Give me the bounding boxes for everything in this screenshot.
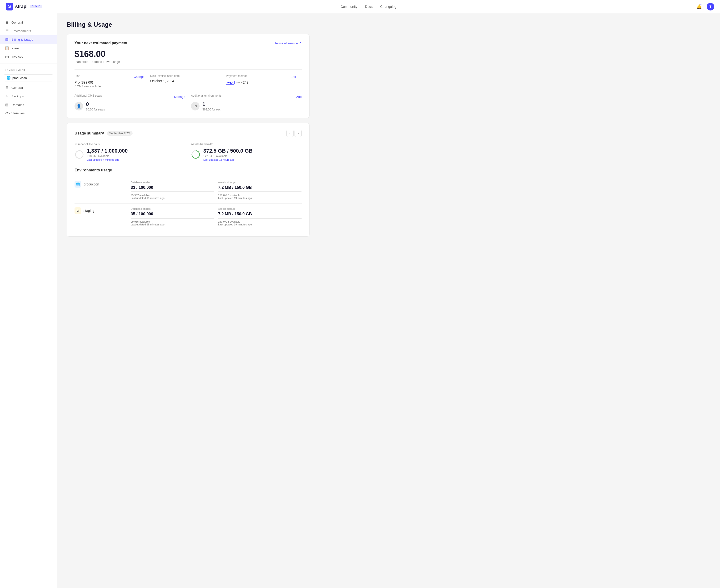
environment-selector[interactable]: 🌐 production staging [4, 74, 53, 81]
cloud-badge: CLOUD [30, 5, 42, 8]
sidebar-item-billing[interactable]: ▤ Billing & Usage [0, 35, 57, 44]
env-storage-updated-staging: Last updated 19 minutes ago [218, 223, 302, 226]
payment-method-label: Payment method [226, 74, 248, 78]
variables-icon: </> [5, 111, 9, 115]
env-storage-avail-prod: 150.0 GB available [218, 194, 302, 197]
sidebar-sub-label-backups: Backups [12, 94, 24, 98]
env-usage-title: Environments usage [75, 168, 302, 172]
page-title: Billing & Usage [67, 21, 310, 28]
cms-manage-link[interactable]: Manage [174, 95, 185, 99]
bandwidth-updated: Last updated 13 hours ago [203, 158, 253, 161]
cms-seats-label: Additional CMS seats [75, 94, 102, 97]
sidebar-sub-label-domains: Domains [12, 103, 24, 107]
env-db-updated-staging: Last updated 18 minutes ago [131, 223, 214, 226]
envs-add-link[interactable]: Add [296, 95, 302, 99]
payment-method-col: Payment method Edit VISA ···· 4242 [226, 74, 302, 88]
environment-dropdown[interactable]: production staging [13, 76, 50, 80]
logo-area: S strapi CLOUD [6, 3, 42, 10]
cms-cost: $0.00 for seats [86, 108, 105, 111]
sidebar-sub-general[interactable]: ⊞ General [0, 83, 57, 92]
cms-seats-icon: 👤 [75, 102, 83, 110]
bandwidth-value-wrap: 372.5 GB / 500.0 GB 127.5 GB available L… [191, 148, 302, 161]
envs-cost: $69.00 for each [202, 108, 222, 111]
sidebar-item-general[interactable]: ⊞ General [0, 18, 57, 27]
svg-point-0 [76, 151, 83, 158]
env-db-staging: Database entries 35 / 100,000 99,965 ava… [131, 207, 214, 226]
usage-title-wrap: Usage summary September 2024 [75, 131, 132, 136]
sidebar-item-plans[interactable]: 📋 Plans [0, 44, 57, 52]
env-row-staging: 🗂 staging Database entries 35 / 100,000 … [75, 204, 302, 230]
sidebar-sub-backups[interactable]: ↩ Backups [0, 92, 57, 101]
cms-seats-col: Additional CMS seats Manage 👤 0 $0.00 fo… [75, 94, 185, 111]
env-name-staging: staging [84, 209, 94, 213]
payment-card: Your next estimated payment Terms of ser… [67, 34, 310, 118]
payment-method-edit-link[interactable]: Edit [291, 75, 296, 79]
envs-icon: 🗂 [191, 102, 200, 110]
sidebar-item-invoices[interactable]: 🗃 Invoices [0, 52, 57, 61]
visa-info: VISA ···· 4242 [226, 81, 296, 85]
sub-general-icon: ⊞ [5, 85, 9, 90]
notification-dot [700, 4, 702, 6]
billing-icon: ▤ [5, 37, 9, 42]
usage-nav: ‹ › [286, 130, 302, 137]
api-calls-available: 998,663 available [87, 154, 128, 158]
env-storage-prod: Assets storage 7.2 MB / 150.0 GB 150.0 G… [218, 181, 302, 200]
additional-envs-col: Additional environments Add 🗂 1 $69.00 f… [191, 94, 302, 111]
env-name-production: production [84, 182, 99, 186]
env-storage-updated-prod: Last updated 19 minutes ago [218, 197, 302, 200]
logo-icon: S [6, 3, 13, 10]
plan-detail-col: Plan Change Pro ($99.00) 5 CMS seats inc… [75, 74, 150, 88]
env-name-wrap-staging: 🗂 staging [75, 207, 127, 214]
avatar[interactable]: T [707, 3, 714, 10]
envs-content: 🗂 1 $69.00 for each [191, 101, 302, 111]
notifications-button[interactable]: 🔔 [695, 3, 703, 10]
usage-header: Usage summary September 2024 ‹ › [75, 130, 302, 137]
addons-grid: Additional CMS seats Manage 👤 0 $0.00 fo… [75, 89, 302, 111]
env-db-progress-staging [131, 218, 214, 219]
bandwidth-available: 127.5 GB available [203, 154, 253, 158]
sidebar-sub-label-variables: Variables [12, 111, 24, 115]
visa-last4: ···· 4242 [236, 81, 249, 84]
envs-count: 1 [202, 101, 222, 107]
env-storage-label-prod: Assets storage [218, 181, 302, 184]
sidebar-sub-domains[interactable]: ▤ Domains [0, 101, 57, 109]
env-db-updated-prod: Last updated 19 minutes ago [131, 197, 214, 200]
app-body: ⊞ General ☰ Environments ▤ Billing & Usa… [0, 13, 720, 588]
main-nav: Community Docs Changelog [341, 5, 396, 8]
terms-of-service-link[interactable]: Terms of service ↗ [274, 41, 302, 45]
sidebar-sub-variables[interactable]: </> Variables [0, 109, 57, 117]
sidebar-sub-label-general: General [12, 86, 23, 89]
env-badge-production: 🌐 [75, 181, 81, 188]
environment-section-label: Environment [0, 67, 57, 73]
invoice-detail-col: Next invoice issue date October 1, 2024 [150, 74, 226, 88]
nav-docs[interactable]: Docs [365, 5, 373, 8]
bandwidth-circle [191, 150, 201, 159]
external-link-icon: ↗ [299, 41, 302, 45]
payment-amount: $168.00 [75, 49, 302, 59]
sidebar-label-environments: Environments [12, 29, 31, 33]
env-db-label-prod: Database entries [131, 181, 214, 184]
usage-summary-card: Usage summary September 2024 ‹ › Number … [67, 123, 310, 237]
bandwidth-metric: Assets bandwidth 372.5 GB / 500.0 GB 127… [191, 143, 302, 161]
usage-prev-button[interactable]: ‹ [286, 130, 293, 137]
plan-change-link[interactable]: Change [133, 75, 145, 79]
header-right: 🔔 T [695, 3, 714, 10]
domains-icon: ▤ [5, 103, 9, 107]
env-selector-icon: 🌐 [6, 76, 11, 80]
usage-next-button[interactable]: › [294, 130, 302, 137]
sidebar-label-invoices: Invoices [12, 55, 23, 58]
sidebar-label-general: General [12, 21, 23, 24]
sidebar: ⊞ General ☰ Environments ▤ Billing & Usa… [0, 13, 57, 588]
nav-community[interactable]: Community [341, 5, 357, 8]
logo-text: strapi [15, 4, 27, 9]
sidebar-item-environments[interactable]: ☰ Environments [0, 27, 57, 35]
envs-label: Additional environments [191, 94, 222, 97]
plans-icon: 📋 [5, 46, 9, 50]
env-db-progress-prod [131, 191, 214, 192]
env-db-avail-staging: 99,965 available [131, 220, 214, 223]
api-calls-updated: Last updated 4 minutes ago [87, 158, 128, 161]
terms-link-text: Terms of service [274, 41, 298, 45]
nav-changelog[interactable]: Changelog [380, 5, 396, 8]
envs-header: Additional environments Add [191, 94, 302, 99]
cms-content: 👤 0 $0.00 for seats [75, 101, 185, 111]
